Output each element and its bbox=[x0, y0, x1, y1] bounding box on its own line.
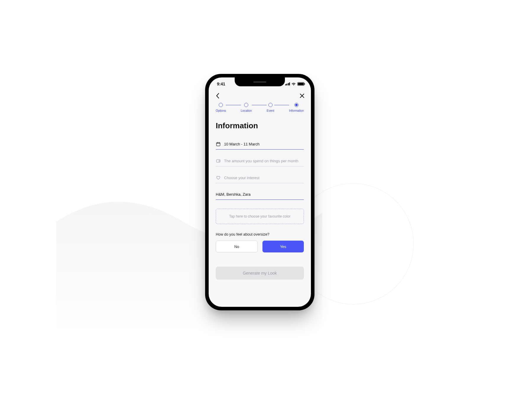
svg-rect-1 bbox=[216, 159, 220, 162]
phone-screen: 9:41 Options bbox=[209, 77, 311, 307]
phone-notch bbox=[235, 77, 285, 86]
chevron-left-icon bbox=[216, 93, 219, 98]
generate-button[interactable]: Generate my Look bbox=[216, 267, 304, 280]
status-time: 9:41 bbox=[217, 82, 225, 86]
battery-icon bbox=[297, 82, 304, 86]
brands-field[interactable]: H&M, Bershka, Zara bbox=[216, 192, 304, 200]
page-title: Information bbox=[216, 121, 304, 130]
color-picker[interactable]: Tap here to choose your favourite color bbox=[216, 209, 304, 224]
close-button[interactable] bbox=[299, 93, 305, 99]
date-value: 10 March - 11 March bbox=[224, 142, 259, 146]
step-location[interactable]: Location bbox=[241, 103, 252, 112]
cellular-icon bbox=[285, 82, 290, 85]
interest-field[interactable]: Choose your interest bbox=[216, 175, 304, 183]
oversize-question: How do you feel about oversize? bbox=[216, 232, 304, 236]
budget-placeholder: The amount you spend on things per month bbox=[224, 159, 299, 163]
back-button[interactable] bbox=[215, 93, 220, 99]
phone-frame: 9:41 Options bbox=[205, 74, 314, 310]
date-field[interactable]: 10 March - 11 March bbox=[216, 142, 304, 150]
heart-icon bbox=[216, 175, 220, 180]
step-event[interactable]: Event bbox=[267, 103, 274, 112]
nav-row bbox=[209, 90, 311, 102]
step-options[interactable]: Options bbox=[216, 103, 226, 112]
calendar-icon bbox=[216, 142, 220, 146]
svg-rect-0 bbox=[216, 142, 220, 146]
brands-value: H&M, Bershka, Zara bbox=[216, 192, 251, 197]
oversize-no-button[interactable]: No bbox=[216, 241, 258, 252]
wifi-icon bbox=[291, 82, 296, 86]
interest-placeholder: Choose your interest bbox=[224, 176, 259, 180]
wallet-icon bbox=[216, 158, 220, 163]
budget-field[interactable]: The amount you spend on things per month bbox=[216, 158, 304, 166]
color-picker-placeholder: Tap here to choose your favourite color bbox=[229, 214, 290, 218]
close-icon bbox=[300, 93, 304, 98]
svg-rect-2 bbox=[219, 161, 220, 161]
stepper: Options Location Event Information bbox=[209, 102, 311, 112]
oversize-yes-button[interactable]: Yes bbox=[262, 241, 304, 252]
step-information[interactable]: Information bbox=[289, 103, 304, 112]
